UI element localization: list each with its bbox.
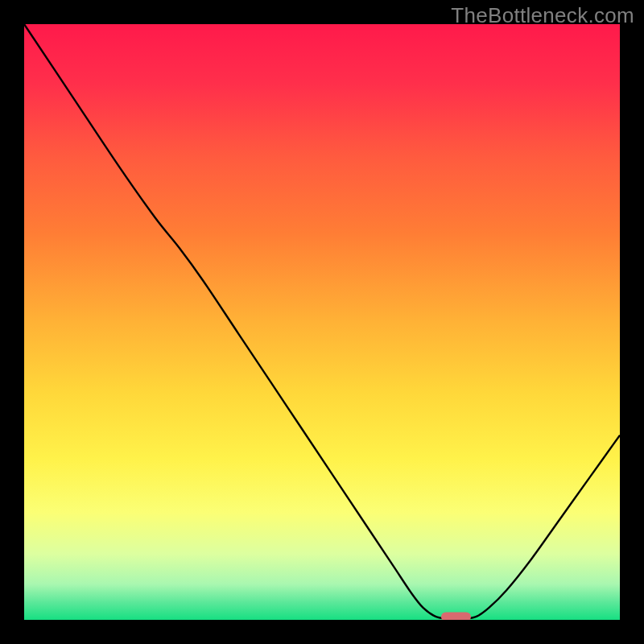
watermark-label: TheBottleneck.com — [451, 3, 634, 28]
chart-frame: TheBottleneck.com — [0, 0, 644, 644]
bottleneck-chart — [0, 0, 644, 644]
plot-area — [24, 24, 620, 621]
gradient-background — [24, 24, 620, 620]
